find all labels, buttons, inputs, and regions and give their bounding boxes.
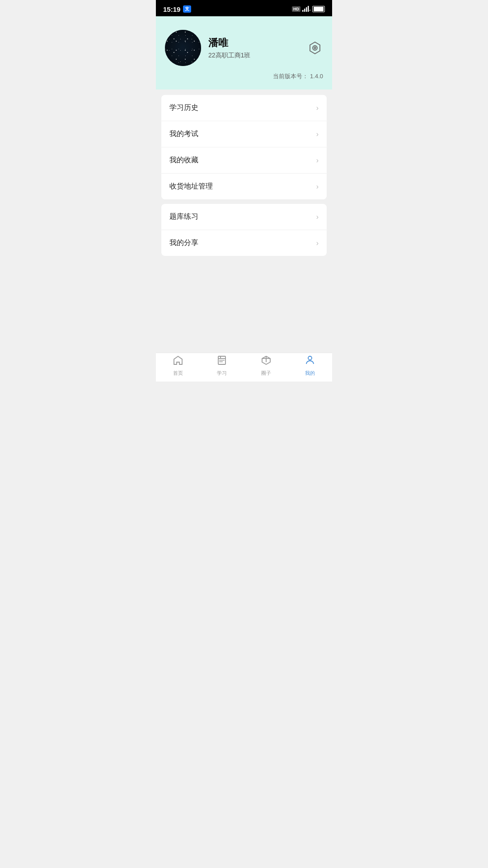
status-left: 15:19 支 bbox=[163, 5, 191, 13]
status-right: HD 4G bbox=[292, 5, 325, 13]
menu-section-1: 学习历史 › 我的考试 › 我的收藏 › 收货地址管理 › bbox=[161, 95, 327, 199]
menu-item-label: 题库练习 bbox=[169, 212, 198, 222]
version-number: 1.4.0 bbox=[310, 73, 323, 80]
nav-item-home[interactable]: 首页 bbox=[156, 355, 200, 377]
gray-body bbox=[156, 256, 332, 346]
menu-item-my-share[interactable]: 我的分享 › bbox=[161, 230, 327, 256]
nav-item-mine[interactable]: 我的 bbox=[288, 355, 333, 377]
settings-icon[interactable] bbox=[307, 40, 323, 56]
nav-label-mine: 我的 bbox=[305, 370, 315, 377]
nav-label-home: 首页 bbox=[173, 370, 183, 377]
avatar-stars bbox=[165, 30, 201, 66]
menu-item-label: 我的考试 bbox=[169, 129, 198, 139]
svg-point-6 bbox=[313, 46, 317, 50]
profile-left: 潘唯 22高职工商1班 bbox=[165, 30, 250, 66]
menu-item-label: 学习历史 bbox=[169, 103, 198, 113]
nav-label-study: 学习 bbox=[217, 370, 227, 377]
alipay-badge: 支 bbox=[183, 5, 191, 13]
version-label: 当前版本号： bbox=[273, 73, 308, 80]
svg-point-7 bbox=[314, 47, 316, 49]
svg-marker-5 bbox=[310, 42, 320, 54]
menu-item-my-favorites[interactable]: 我的收藏 › bbox=[161, 147, 327, 174]
chevron-icon: › bbox=[316, 156, 319, 165]
battery-icon bbox=[312, 6, 325, 12]
svg-rect-12 bbox=[219, 361, 223, 362]
profile-header: 潘唯 22高职工商1班 当前版本号： 1.4.0 bbox=[156, 16, 332, 90]
menu-item-label: 我的收藏 bbox=[169, 156, 198, 165]
chevron-icon: › bbox=[316, 239, 319, 247]
nav-item-study[interactable]: 学习 bbox=[200, 355, 244, 377]
battery-fill bbox=[314, 7, 324, 11]
signal-label: 4G bbox=[302, 5, 310, 13]
svg-point-15 bbox=[308, 356, 312, 360]
svg-rect-1 bbox=[304, 9, 305, 12]
menu-item-address[interactable]: 收货地址管理 › bbox=[161, 174, 327, 199]
person-icon bbox=[305, 355, 315, 368]
status-bar: 15:19 支 HD 4G bbox=[156, 0, 332, 16]
avatar bbox=[165, 30, 201, 66]
menu-item-label: 收货地址管理 bbox=[169, 182, 213, 191]
profile-class: 22高职工商1班 bbox=[208, 52, 250, 60]
chevron-icon: › bbox=[316, 183, 319, 191]
svg-text:4G: 4G bbox=[310, 8, 310, 12]
svg-rect-2 bbox=[306, 7, 307, 12]
profile-row: 潘唯 22高职工商1班 bbox=[165, 30, 323, 66]
version-row: 当前版本号： 1.4.0 bbox=[165, 72, 323, 80]
chevron-icon: › bbox=[316, 104, 319, 112]
home-icon bbox=[173, 355, 183, 368]
svg-rect-11 bbox=[219, 360, 225, 361]
profile-name: 潘唯 bbox=[208, 36, 250, 50]
box-icon bbox=[261, 355, 272, 368]
svg-rect-3 bbox=[308, 6, 309, 12]
chevron-icon: › bbox=[316, 213, 319, 221]
menu-item-question-bank[interactable]: 题库练习 › bbox=[161, 204, 327, 230]
menu-item-my-exam[interactable]: 我的考试 › bbox=[161, 121, 327, 147]
menu-item-study-history[interactable]: 学习历史 › bbox=[161, 95, 327, 121]
book-icon bbox=[216, 355, 227, 368]
svg-rect-0 bbox=[302, 10, 304, 12]
hd-badge: HD bbox=[292, 6, 300, 12]
menu-section-2: 题库练习 › 我的分享 › bbox=[161, 204, 327, 256]
nav-item-circle[interactable]: 圈子 bbox=[244, 355, 288, 377]
menu-item-label: 我的分享 bbox=[169, 238, 198, 248]
profile-info: 潘唯 22高职工商1班 bbox=[208, 36, 250, 60]
bottom-nav: 首页 学习 圈子 bbox=[156, 353, 332, 382]
nav-label-circle: 圈子 bbox=[261, 370, 271, 377]
chevron-icon: › bbox=[316, 130, 319, 138]
status-time: 15:19 bbox=[163, 5, 180, 13]
